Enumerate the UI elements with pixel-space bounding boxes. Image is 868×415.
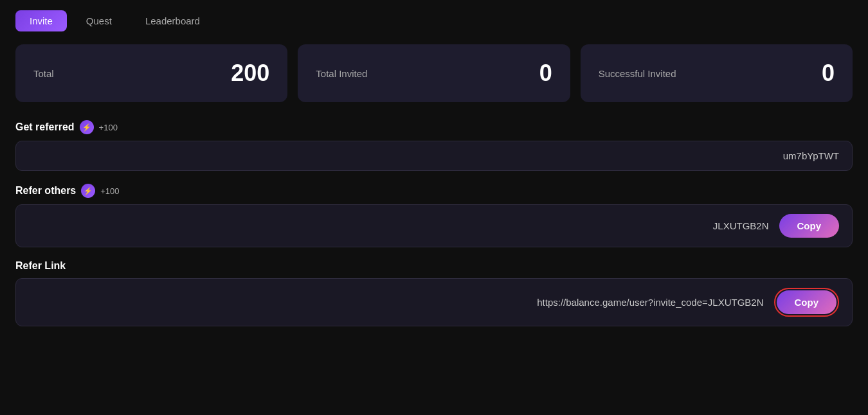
- stat-card-total-invited: Total Invited 0: [298, 44, 570, 102]
- stat-label-total: Total: [33, 68, 54, 79]
- refer-others-title: Refer others: [15, 185, 76, 197]
- refer-link-url: https://balance.game/user?invite_code=JL…: [29, 297, 764, 308]
- refer-link-title: Refer Link: [15, 260, 66, 272]
- refer-others-points: +100: [100, 186, 119, 196]
- stat-label-total-invited: Total Invited: [316, 68, 367, 79]
- tab-quest[interactable]: Quest: [72, 10, 126, 31]
- stat-value-total: 200: [231, 60, 269, 87]
- get-referred-lightning-icon: ⚡: [80, 120, 94, 134]
- refer-others-header: Refer others ⚡ +100: [15, 184, 853, 198]
- stat-card-total: Total 200: [15, 44, 287, 102]
- refer-link-section: Refer Link https://balance.game/user?inv…: [15, 260, 853, 326]
- get-referred-header: Get referred ⚡ +100: [15, 120, 853, 134]
- get-referred-title: Get referred: [15, 121, 75, 133]
- tab-invite[interactable]: Invite: [15, 10, 67, 31]
- refer-others-input-row: JLXUTGB2N Copy: [15, 204, 853, 247]
- stats-row: Total 200 Total Invited 0 Successful Inv…: [15, 44, 853, 102]
- get-referred-input-row: um7bYpTWT: [15, 141, 853, 171]
- refer-link-input-row: https://balance.game/user?invite_code=JL…: [15, 278, 853, 326]
- refer-others-copy-button[interactable]: Copy: [779, 214, 840, 238]
- refer-link-header: Refer Link: [15, 260, 853, 272]
- get-referred-code: um7bYpTWT: [29, 150, 839, 161]
- refer-link-copy-button[interactable]: Copy: [777, 290, 837, 314]
- get-referred-section: Get referred ⚡ +100 um7bYpTWT: [15, 120, 853, 171]
- tabs-row: Invite Quest Leaderboard: [15, 10, 853, 31]
- stat-value-total-invited: 0: [539, 60, 552, 87]
- stat-value-successful-invited: 0: [822, 60, 835, 87]
- stat-card-successful-invited: Successful Invited 0: [581, 44, 853, 102]
- refer-others-section: Refer others ⚡ +100 JLXUTGB2N Copy: [15, 184, 853, 247]
- page-container: Invite Quest Leaderboard Total 200 Total…: [0, 0, 868, 415]
- refer-link-copy-wrapper: Copy: [774, 288, 840, 317]
- refer-others-code: JLXUTGB2N: [29, 220, 769, 231]
- refer-others-lightning-icon: ⚡: [81, 184, 95, 198]
- get-referred-points: +100: [99, 123, 118, 132]
- stat-label-successful-invited: Successful Invited: [599, 68, 676, 79]
- tab-leaderboard[interactable]: Leaderboard: [131, 10, 214, 31]
